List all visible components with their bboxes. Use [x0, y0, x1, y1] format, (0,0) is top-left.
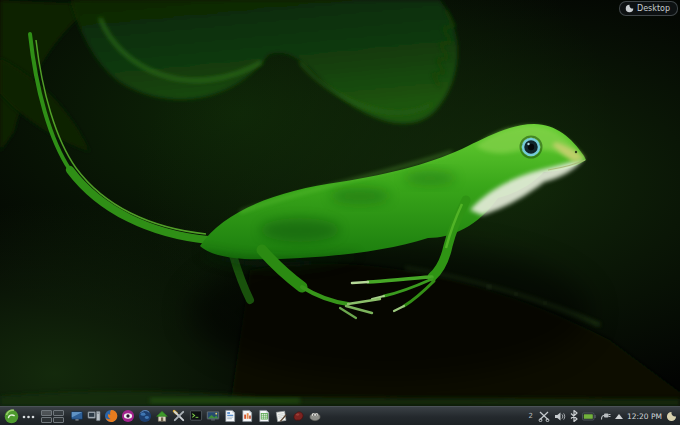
writer-document-icon [223, 409, 237, 423]
kickoff-launcher-icon [4, 409, 19, 424]
application-launcher-button[interactable] [3, 408, 19, 424]
screen-photo-icon [206, 409, 220, 423]
globe-browser-icon [138, 409, 152, 423]
quicklaunch-home-folder[interactable] [154, 409, 169, 424]
plasma-cashew-icon [625, 4, 634, 13]
utilities-tools-icon [172, 409, 186, 423]
battery-tray-item[interactable] [582, 409, 596, 423]
quicklaunch-browser-globe[interactable] [137, 409, 152, 424]
quicklaunch-computer[interactable] [86, 409, 101, 424]
bluetooth-icon [570, 410, 578, 422]
volume-icon [554, 411, 566, 422]
letter-pen-icon [274, 409, 288, 423]
virtual-desktop-pager [41, 410, 64, 423]
wax-seal-icon [291, 409, 305, 423]
computer-icon [87, 409, 101, 423]
gimp-mascot-icon [308, 409, 322, 423]
power-plug-icon [600, 411, 611, 421]
pager-desktop-2[interactable] [53, 410, 64, 416]
clipboard-tray-item[interactable] [538, 409, 550, 423]
quicklaunch-display[interactable] [69, 409, 84, 424]
terminal-icon [189, 409, 203, 423]
overflow-dots-button[interactable] [21, 409, 36, 424]
pager-desktop-3[interactable] [41, 417, 52, 423]
panel-toolbox-button[interactable] [666, 411, 677, 422]
quicklaunch-gimp[interactable] [307, 409, 322, 424]
quicklaunch-writer[interactable] [222, 409, 237, 424]
desktop: Desktop [0, 0, 680, 425]
quicklaunch-wax-seal[interactable] [290, 409, 305, 424]
bottom-panel: 2 [0, 406, 680, 425]
battery-icon [582, 412, 596, 421]
quicklaunch-terminal[interactable] [188, 409, 203, 424]
toolbox-label: Desktop [637, 2, 670, 15]
eye-viewer-icon [121, 409, 135, 423]
impress-document-icon [240, 409, 254, 423]
quicklaunch-firefox[interactable] [103, 409, 118, 424]
bluetooth-tray-item[interactable] [570, 409, 578, 423]
quicklaunch-impress[interactable] [239, 409, 254, 424]
power-plug-tray-item[interactable] [600, 409, 611, 423]
quicklaunch-screen-photo[interactable] [205, 409, 220, 424]
panel-cashew-icon [666, 411, 677, 422]
quicklaunch-utilities[interactable] [171, 409, 186, 424]
tray-expand-arrow[interactable] [615, 414, 623, 419]
quicklaunch-calc[interactable] [256, 409, 271, 424]
firefox-icon [104, 409, 118, 423]
desktop-toolbox-button[interactable]: Desktop [619, 1, 678, 16]
calc-document-icon [257, 409, 271, 423]
panel-left-group [3, 408, 322, 424]
quicklaunch-letter-pen[interactable] [273, 409, 288, 424]
quicklaunch-eye-viewer[interactable] [120, 409, 135, 424]
overflow-dots-icon [22, 409, 35, 423]
pager-desktop-1[interactable] [41, 410, 52, 416]
clipboard-scissors-icon [538, 411, 550, 422]
wallpaper-lizard [0, 0, 680, 406]
display-monitor-icon [70, 409, 84, 423]
home-folder-icon [155, 409, 169, 423]
panel-clock[interactable]: 12:20 PM [627, 412, 662, 421]
panel-right-group: 2 [528, 409, 677, 423]
pager-desktop-4[interactable] [53, 417, 64, 423]
volume-tray-item[interactable] [554, 409, 566, 423]
tray-count-badge: 2 [528, 412, 534, 420]
